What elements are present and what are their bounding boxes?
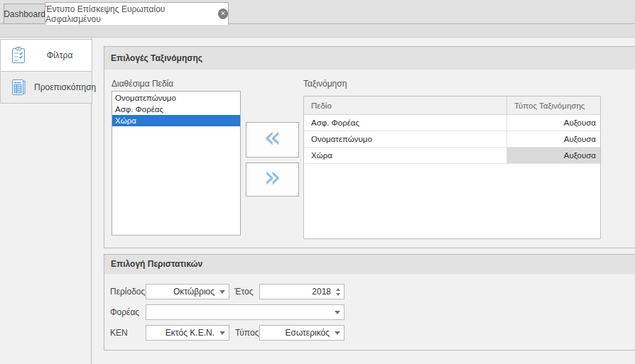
double-chevron-left-icon: «: [264, 123, 281, 151]
type-value: Εσωτερικός: [285, 328, 330, 338]
incident-selection-title: Επιλογή Περιστατικών: [104, 255, 635, 274]
tab-dashboard[interactable]: Dashboard: [4, 4, 45, 24]
chevron-down-icon: [219, 290, 225, 294]
tab-strip: Dashboard Έντυπο Επίσκεψης Ευρωπαίου Ασφ…: [0, 0, 635, 24]
period-label: Περίοδος: [110, 284, 145, 299]
table-row[interactable]: Χώρα Αυξουσα: [304, 148, 600, 164]
table-row[interactable]: Ασφ. Φορέας Αυξουσα: [304, 115, 600, 131]
remove-from-sorting-button[interactable]: »: [246, 162, 299, 197]
sidebar-item-preview-label: Προεπισκόπηση: [34, 82, 96, 92]
tab-dashboard-label: Dashboard: [4, 9, 45, 19]
available-fields-listbox[interactable]: Ονοματεπώνυμο Ασφ. Φορέας Χώρα: [112, 91, 241, 236]
ken-value: Εκτός Κ.Ε.Ν.: [165, 328, 215, 338]
cell-sort-type-focused[interactable]: Αυξουσα: [506, 148, 600, 163]
foreas-combobox[interactable]: [146, 304, 344, 320]
tab-active-document[interactable]: Έντυπο Επίσκεψης Ευρωπαίου Ασφαλισμένου …: [45, 2, 229, 25]
sidebar-item-preview[interactable]: Προεπισκόπηση: [0, 71, 92, 104]
type-label: Τύπος: [235, 325, 259, 341]
foreas-label: Φορέας: [110, 304, 139, 320]
ken-combobox[interactable]: Εκτός Κ.Ε.Ν.: [146, 325, 229, 341]
sorting-table-label: Ταξινόμηση: [303, 79, 347, 89]
year-spinner[interactable]: 2018: [259, 284, 344, 299]
cell-field[interactable]: Ασφ. Φορέας: [304, 115, 506, 131]
sorting-table-header: Πεδίο Τύπος Ταξινόμησης: [304, 96, 600, 115]
close-tab-icon[interactable]: ✕: [218, 9, 228, 19]
year-label: Έτος: [234, 284, 253, 299]
cell-field[interactable]: Χώρα: [304, 148, 506, 163]
spin-down-icon[interactable]: [336, 293, 340, 296]
sidebar-item-filters[interactable]: Φίλτρα: [0, 39, 92, 72]
sorting-table: Πεδίο Τύπος Ταξινόμησης Ασφ. Φορέας Αυξο…: [303, 96, 601, 239]
cell-field[interactable]: Ονοματεπώνυμο: [304, 131, 506, 147]
toolbar-band: [0, 24, 635, 38]
list-item-selected[interactable]: Χώρα: [112, 115, 240, 126]
chevron-down-icon: [219, 331, 225, 335]
chevron-down-icon: [335, 311, 340, 314]
sorting-options-group: Επιλογές Ταξινόμησης Διαθέσιμα Πεδία Ονο…: [104, 46, 635, 248]
double-chevron-right-icon: »: [264, 162, 281, 191]
move-to-sorting-button[interactable]: «: [246, 122, 299, 158]
available-fields-label: Διαθέσιμα Πεδία: [112, 79, 173, 89]
column-header-sort-type[interactable]: Τύπος Ταξινόμησης: [506, 96, 600, 114]
column-header-field[interactable]: Πεδίο: [304, 96, 506, 114]
spin-up-icon[interactable]: [336, 288, 340, 291]
sorting-options-title: Επιλογές Ταξινόμησης: [104, 47, 635, 70]
incident-selection-group: Επιλογή Περιστατικών Περίοδος Οκτώβριος …: [104, 254, 635, 351]
chevron-down-icon: [335, 331, 340, 335]
period-combobox[interactable]: Οκτώβριος: [146, 284, 229, 299]
cell-sort-type[interactable]: Αυξουσα: [506, 115, 600, 131]
list-item[interactable]: Ονοματεπώνυμο: [112, 92, 240, 104]
preview-document-icon: [9, 78, 28, 96]
table-row[interactable]: Ονοματεπώνυμο Αυξουσα: [304, 131, 600, 148]
sidebar-item-filters-label: Φίλτρα: [28, 50, 92, 60]
ken-label: ΚΕΝ: [110, 325, 128, 341]
year-value: 2018: [312, 287, 331, 297]
filters-clipboard-icon: [9, 46, 28, 65]
cell-sort-type[interactable]: Αυξουσα: [506, 131, 600, 147]
type-combobox[interactable]: Εσωτερικός: [259, 325, 344, 341]
list-item[interactable]: Ασφ. Φορέας: [112, 104, 240, 115]
spinner-arrows-icon[interactable]: [336, 288, 340, 296]
period-value: Οκτώβριος: [173, 287, 215, 297]
tab-active-label: Έντυπο Επίσκεψης Ευρωπαίου Ασφαλισμένου: [45, 4, 212, 24]
